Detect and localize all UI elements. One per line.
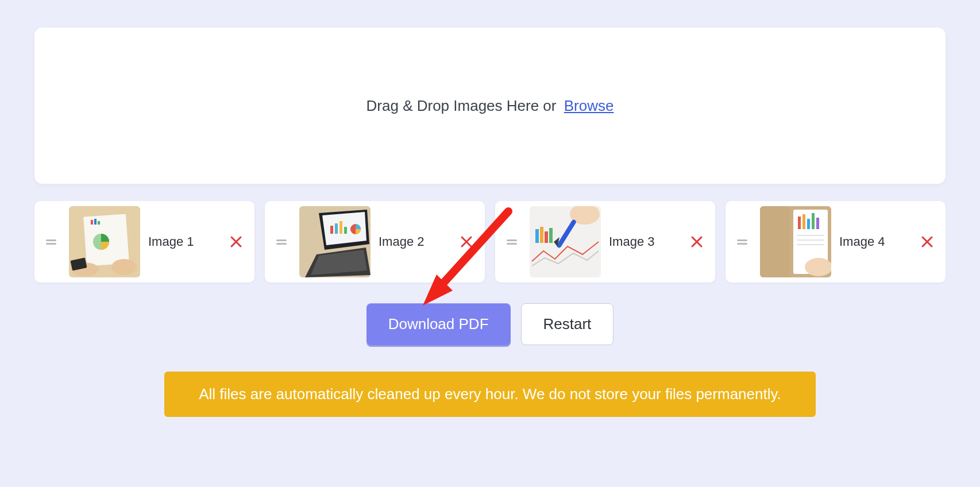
- image-thumbnail: [69, 206, 140, 277]
- svg-rect-39: [737, 239, 747, 241]
- drag-handle-icon[interactable]: [276, 237, 287, 246]
- image-thumbnail: [760, 206, 831, 277]
- uploaded-images-row: Image 1 Image 2: [34, 201, 946, 283]
- svg-rect-1: [46, 243, 56, 245]
- drag-handle-icon[interactable]: [507, 237, 517, 246]
- remove-image-button[interactable]: [689, 234, 705, 250]
- svg-rect-6: [94, 219, 97, 225]
- remove-image-button[interactable]: [228, 234, 244, 250]
- svg-rect-42: [760, 206, 790, 277]
- drop-text-static: Drag & Drop Images Here or: [366, 97, 557, 114]
- svg-rect-27: [507, 239, 517, 241]
- action-button-row: Download PDF Restart: [34, 303, 946, 345]
- svg-rect-40: [737, 243, 747, 245]
- cleanup-notice: All files are automatically cleaned up e…: [164, 372, 816, 417]
- svg-rect-52: [797, 244, 824, 245]
- svg-rect-20: [339, 221, 342, 234]
- svg-rect-47: [807, 219, 810, 229]
- svg-rect-48: [812, 213, 815, 229]
- drop-instruction: Drag & Drop Images Here or Browse: [366, 97, 614, 115]
- image-card: Image 1: [34, 201, 254, 283]
- drag-handle-icon[interactable]: [737, 237, 747, 246]
- image-card: Image 4: [726, 201, 946, 283]
- restart-button[interactable]: Restart: [521, 303, 614, 345]
- image-thumbnail: [530, 206, 601, 277]
- svg-rect-49: [816, 218, 819, 229]
- image-thumbnail: [299, 206, 371, 277]
- drag-handle-icon[interactable]: [46, 237, 56, 246]
- svg-rect-18: [330, 226, 333, 234]
- svg-rect-30: [535, 229, 539, 243]
- image-label: Image 4: [839, 234, 919, 250]
- download-pdf-button[interactable]: Download PDF: [366, 303, 511, 345]
- image-label: Image 3: [609, 234, 689, 250]
- image-label: Image 1: [148, 234, 228, 250]
- svg-rect-0: [46, 239, 56, 241]
- svg-point-8: [111, 259, 137, 275]
- svg-rect-45: [798, 217, 801, 229]
- svg-rect-32: [545, 231, 548, 243]
- remove-image-button[interactable]: [458, 234, 474, 250]
- svg-rect-50: [797, 235, 824, 236]
- svg-point-53: [805, 258, 831, 276]
- svg-rect-7: [98, 221, 100, 225]
- svg-rect-5: [91, 220, 93, 225]
- svg-rect-19: [335, 223, 338, 234]
- remove-image-button[interactable]: [919, 234, 935, 250]
- svg-rect-31: [540, 227, 543, 243]
- image-label: Image 2: [379, 234, 458, 250]
- svg-rect-14: [276, 243, 287, 245]
- svg-rect-33: [549, 228, 553, 243]
- svg-rect-46: [802, 214, 805, 229]
- drop-zone[interactable]: Drag & Drop Images Here or Browse: [34, 28, 946, 184]
- svg-rect-28: [507, 243, 517, 245]
- svg-rect-21: [344, 227, 347, 234]
- svg-rect-51: [797, 239, 824, 241]
- browse-link[interactable]: Browse: [564, 97, 614, 114]
- image-card: Image 2: [265, 201, 485, 283]
- svg-rect-13: [276, 239, 287, 241]
- image-card: Image 3: [495, 201, 715, 283]
